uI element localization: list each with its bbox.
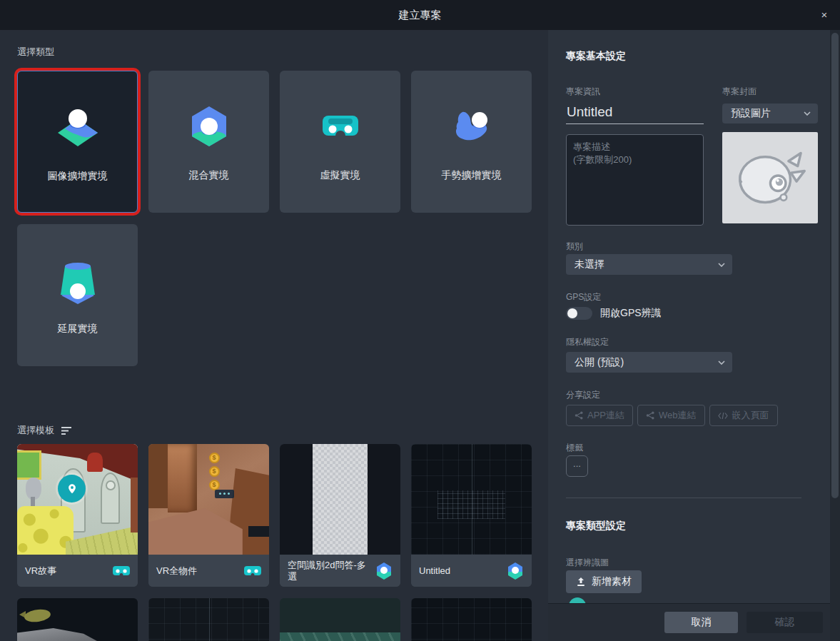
- cover-label: 專案封面: [722, 86, 756, 98]
- app-link-button[interactable]: APP連結: [566, 405, 633, 426]
- dialog-footer: 取消 確認: [548, 603, 830, 641]
- template-label-bar: VR故事: [17, 555, 138, 587]
- cover-select[interactable]: 預設圖片: [722, 104, 818, 123]
- share-button-label: Web連結: [659, 409, 697, 422]
- add-asset-button[interactable]: 新增素材: [566, 570, 642, 593]
- toggle-knob: [567, 308, 577, 318]
- sort-lines-icon[interactable]: [61, 427, 72, 435]
- type-card-mixed-reality[interactable]: 混合實境: [148, 71, 269, 213]
- cover-select-value: 預設圖片: [731, 107, 771, 120]
- share-button-label: 嵌入頁面: [732, 409, 769, 422]
- category-select[interactable]: 未選擇: [566, 254, 732, 275]
- template-grid: VR故事 $ $ $: [17, 444, 532, 587]
- privacy-select[interactable]: 公開 (預設): [566, 352, 732, 373]
- panel-scrollbar: [830, 30, 840, 641]
- project-info-label: 專案資訊: [566, 86, 600, 98]
- art-shape: [26, 478, 41, 500]
- gps-toggle-label: 開啟GPS辨識: [600, 307, 662, 320]
- type-card-label: 圖像擴增實境: [48, 170, 108, 183]
- template-section-label: 選擇模板: [17, 424, 54, 437]
- mixed-reality-hexagon-icon: [184, 101, 234, 151]
- template-card-vr-story[interactable]: VR故事: [17, 444, 138, 587]
- template-section-header: 選擇模板: [17, 424, 72, 437]
- fish-mascot-drawing: [730, 138, 810, 218]
- template-label-bar: Untitled: [411, 555, 532, 587]
- type-card-gesture-ar[interactable]: 手勢擴增實境: [411, 71, 532, 213]
- type-settings-header: 專案類型設定: [566, 520, 626, 533]
- category-select-value: 未選擇: [575, 258, 604, 271]
- template-grid-row-2: QUIZ: [17, 598, 532, 641]
- type-card-label: 混合實境: [189, 169, 229, 182]
- type-card-virtual-reality[interactable]: 虛擬實境: [280, 71, 400, 213]
- clipped-asset-thumb: [569, 597, 586, 603]
- art-shape: [437, 490, 505, 519]
- template-label-bar: 空間識別2d問答-多選: [280, 555, 400, 587]
- xr-cone-icon: [53, 254, 103, 304]
- share-button-label: APP連結: [587, 409, 624, 422]
- coin-icon: $: [209, 466, 220, 477]
- gps-toggle-row: 開啟GPS辨識: [566, 307, 662, 320]
- vr-goggles-badge: [243, 562, 262, 580]
- upload-icon: [576, 577, 586, 587]
- chevron-down-icon: [718, 263, 725, 267]
- vr-goggles-badge: [112, 562, 131, 580]
- art-shape: [17, 625, 138, 641]
- template-card-untitled[interactable]: Untitled: [411, 444, 532, 587]
- template-thumbnail: [17, 444, 138, 555]
- hexagon-badge: [506, 562, 525, 580]
- art-shape: [148, 508, 243, 555]
- share-nodes-icon: [646, 411, 654, 420]
- template-thumbnail: $ $ $: [148, 444, 269, 555]
- type-card-image-ar[interactable]: 圖像擴增實境: [17, 71, 138, 213]
- chevron-down-icon: [804, 111, 811, 116]
- template-label-bar: VR全物件: [148, 555, 269, 587]
- template-name: 空間識別2d問答-多選: [288, 560, 373, 582]
- privacy-label: 隱私權設定: [566, 336, 609, 348]
- template-name: Untitled: [419, 565, 450, 576]
- type-card-extended-reality[interactable]: 延展實境: [17, 224, 138, 366]
- type-card-label: 延展實境: [58, 323, 98, 335]
- create-project-dialog: 建立專案 × 選擇類型 圖像擴增實境: [0, 0, 840, 641]
- close-icon[interactable]: ×: [817, 8, 831, 22]
- confirm-button[interactable]: 確認: [747, 612, 823, 633]
- mini-toolbar: [215, 490, 234, 498]
- embed-page-button[interactable]: 嵌入頁面: [709, 405, 778, 426]
- cover-preview[interactable]: [722, 132, 818, 223]
- template-card-grid[interactable]: [411, 598, 532, 641]
- add-asset-label: 新增素材: [592, 575, 632, 588]
- project-name-input[interactable]: [566, 103, 704, 124]
- dialog-titlebar: 建立專案 ×: [0, 0, 840, 30]
- tags-button[interactable]: ...: [566, 455, 588, 477]
- chevron-down-icon: [718, 360, 725, 365]
- type-section-label: 選擇類型: [17, 46, 54, 59]
- template-card-grid-platform[interactable]: [148, 598, 269, 641]
- template-card-spatial-quiz[interactable]: 空間識別2d問答-多選: [280, 444, 400, 587]
- art-shape: [148, 444, 168, 508]
- share-buttons-row: APP連結 Web連結 嵌入頁面: [566, 405, 778, 426]
- tags-label: 標籤: [566, 442, 583, 454]
- hexagon-badge: [375, 562, 393, 580]
- template-card-underwater-quiz[interactable]: QUIZ: [280, 598, 400, 641]
- web-link-button[interactable]: Web連結: [637, 405, 705, 426]
- gps-toggle[interactable]: [566, 307, 592, 320]
- template-thumbnail: [411, 444, 532, 555]
- art-shape: [87, 453, 103, 471]
- art-shape: [17, 450, 41, 479]
- marker-image-label: 選擇辨識圖: [566, 557, 609, 569]
- art-shape: [168, 444, 197, 513]
- scrollbar-thumb[interactable]: [831, 33, 839, 498]
- project-description-textarea[interactable]: [566, 134, 704, 226]
- art-shape: [24, 607, 52, 625]
- category-label: 類別: [566, 241, 583, 253]
- type-card-label: 虛擬實境: [320, 169, 360, 182]
- share-settings-label: 分享設定: [566, 389, 600, 401]
- template-card-vr-objects[interactable]: $ $ $ VR全物件: [148, 444, 269, 587]
- gps-settings-label: GPS設定: [566, 291, 601, 303]
- art-shape: [209, 598, 210, 641]
- hand-gesture-icon: [447, 101, 497, 151]
- art-shape: [17, 506, 74, 555]
- art-shape: [106, 480, 116, 490]
- cancel-button[interactable]: 取消: [664, 612, 738, 633]
- art-shape: [313, 444, 368, 555]
- template-card-fish-rock[interactable]: [17, 598, 138, 641]
